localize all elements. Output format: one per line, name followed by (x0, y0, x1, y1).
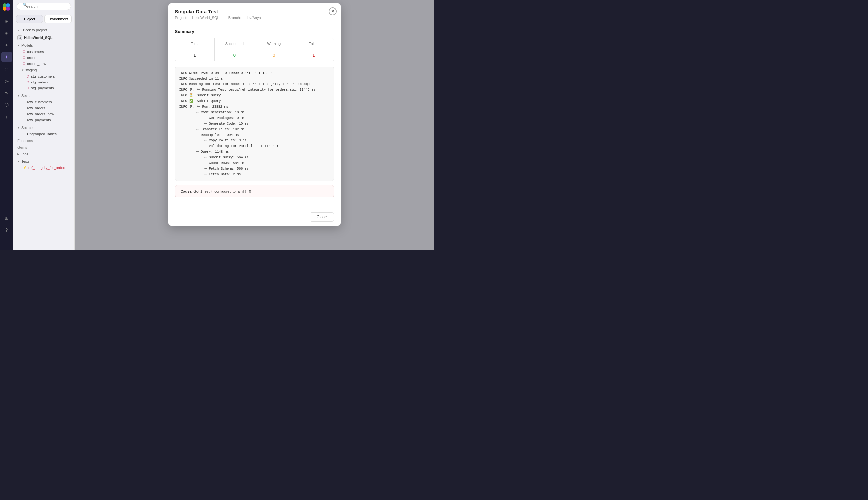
val-failed: 1 (294, 49, 334, 61)
tests-chevron: ▼ (17, 160, 20, 163)
seeds-section: ▼ Seeds raw_customers raw_orders raw_ord… (13, 92, 74, 124)
search-bar: 🔍 (13, 0, 74, 13)
test-error-icon: ⚡ (23, 166, 26, 170)
sources-header[interactable]: ▼ Sources (13, 124, 74, 131)
models-header[interactable]: ▼ Models (13, 42, 74, 49)
models-chevron: ▼ (17, 44, 20, 47)
raw-orders-dot (23, 107, 25, 109)
modal-subtitle: Project: HelloWorld_SQL Branch: dev/Anya (175, 15, 334, 20)
cause-text: Got 1 result, configured to fail if != 0 (193, 189, 251, 193)
tests-header[interactable]: ▼ Tests (13, 158, 74, 165)
col-header-warning: Warning (254, 38, 294, 49)
cause-label: Cause: (181, 189, 193, 193)
summary-table-row: 1 0 0 1 (175, 49, 334, 61)
layers-icon[interactable]: ◈ (1, 28, 12, 38)
tree-item-raw-orders-new[interactable]: raw_orders_new (13, 111, 74, 117)
val-warning: 0 (254, 49, 294, 61)
pipeline-icon[interactable]: ✦ (1, 52, 12, 62)
home-icon[interactable]: ⊞ (1, 16, 12, 26)
activity-icon[interactable]: ∿ (1, 88, 12, 98)
raw-customers-dot (23, 101, 25, 103)
tree-item-raw-payments[interactable]: raw_payments (13, 117, 74, 123)
tree-item-orders[interactable]: orders (13, 55, 74, 61)
logo (2, 3, 11, 12)
tree-item-stg-orders[interactable]: stg_orders (13, 79, 74, 85)
col-header-succeeded: Succeeded (215, 38, 254, 49)
functions-label: Functions (13, 137, 74, 144)
modal-header: Singular Data Test Project: HelloWorld_S… (168, 3, 341, 24)
tree-item-ungrouped[interactable]: Ungrouped Tables (13, 131, 74, 137)
more-icon[interactable]: ⋯ (1, 237, 12, 247)
orders-dot (23, 56, 25, 59)
close-x-button[interactable]: ✕ (329, 7, 336, 15)
back-arrow-icon: ← (17, 28, 21, 32)
search-input[interactable] (16, 3, 71, 10)
summary-title: Summary (175, 29, 334, 34)
tree-item-stg-customers[interactable]: stg_customers (13, 73, 74, 79)
project-icon: ◻ (17, 35, 22, 40)
project-header: ◻ HelloWorld_SQL (13, 34, 74, 42)
modal-body: Summary Total Succeeded Warning Failed 1… (168, 24, 341, 208)
modal-footer: Close (168, 208, 341, 226)
tree-item-customers[interactable]: customers (13, 49, 74, 55)
models-section: ▼ Models customers orders orders_new ▼ s… (13, 42, 74, 92)
download-icon[interactable]: ↓ (1, 111, 12, 122)
tab-environment[interactable]: Environment (44, 15, 71, 23)
tree-item-stg-payments[interactable]: stg_payments (13, 85, 74, 91)
tests-section: ▼ Tests ⚡ ref_integrity_for_orders (13, 157, 74, 171)
seeds-chevron: ▼ (17, 94, 20, 98)
icon-sidebar: ⊞ ◈ + ✦ ◇ ◷ ∿ ⬡ ↓ ⊞ ? ⋯ (0, 0, 13, 250)
tree-item-raw-customers[interactable]: raw_customers (13, 99, 74, 105)
summary-table: Total Succeeded Warning Failed 1 0 0 1 (175, 38, 334, 61)
main-content: Singular Data Test Project: HelloWorld_S… (75, 0, 434, 250)
main-sidebar: 🔍 Project Environment ← Back to project … (13, 0, 75, 250)
topology-icon[interactable]: ⬡ (1, 99, 12, 110)
tree-item-orders-new[interactable]: orders_new (13, 61, 74, 67)
tab-project[interactable]: Project (16, 15, 43, 23)
modal-title: Singular Data Test (175, 9, 334, 14)
sources-section: ▼ Sources Ungrouped Tables (13, 124, 74, 137)
raw-payments-dot (23, 118, 25, 121)
tag-icon[interactable]: ◇ (1, 64, 12, 74)
staging-header[interactable]: ▼ staging (13, 67, 74, 73)
jobs-header[interactable]: ▶ Jobs (13, 151, 74, 157)
project-label: Project: HelloWorld_SQL (175, 15, 224, 20)
jobs-chevron: ▶ (17, 153, 19, 156)
help-icon[interactable]: ? (1, 225, 12, 235)
tab-bar: Project Environment (13, 13, 74, 25)
ungrouped-dot (23, 133, 25, 135)
raw-orders-new-dot (23, 113, 25, 115)
summary-table-header: Total Succeeded Warning Failed (175, 38, 334, 49)
seeds-header[interactable]: ▼ Seeds (13, 92, 74, 99)
stg-customers-dot (26, 75, 29, 78)
log-output: INFO SEND: PADE 0 UNIT 0 ERROR 0 SKIP 0 … (175, 67, 334, 181)
modal-dialog: Singular Data Test Project: HelloWorld_S… (168, 3, 341, 226)
add-icon[interactable]: + (1, 40, 12, 50)
orders-new-dot (23, 62, 25, 65)
svg-point-3 (6, 7, 10, 11)
tree-item-raw-orders[interactable]: raw_orders (13, 105, 74, 111)
cause-box: Cause: Got 1 result, configured to fail … (175, 185, 334, 197)
stg-payments-dot (26, 87, 29, 90)
clock-icon[interactable]: ◷ (1, 76, 12, 86)
sidebar-content: ← Back to project ◻ HelloWorld_SQL ▼ Mod… (13, 25, 74, 250)
col-header-total: Total (175, 38, 215, 49)
back-to-project[interactable]: ← Back to project (13, 26, 74, 34)
close-modal-button[interactable]: Close (310, 212, 334, 222)
branch-label: Branch: dev/Anya (228, 15, 265, 20)
val-total: 1 (175, 49, 215, 61)
sources-chevron: ▼ (17, 126, 20, 129)
stg-orders-dot (26, 81, 29, 83)
val-succeeded: 0 (215, 49, 254, 61)
staging-chevron: ▼ (21, 69, 24, 71)
grid-icon[interactable]: ⊞ (1, 213, 12, 223)
gems-label: Gems (13, 144, 74, 151)
tree-item-ref-integrity[interactable]: ⚡ ref_integrity_for_orders (13, 165, 74, 171)
col-header-failed: Failed (294, 38, 334, 49)
customers-dot (23, 50, 25, 53)
modal-overlay: Singular Data Test Project: HelloWorld_S… (75, 0, 434, 250)
